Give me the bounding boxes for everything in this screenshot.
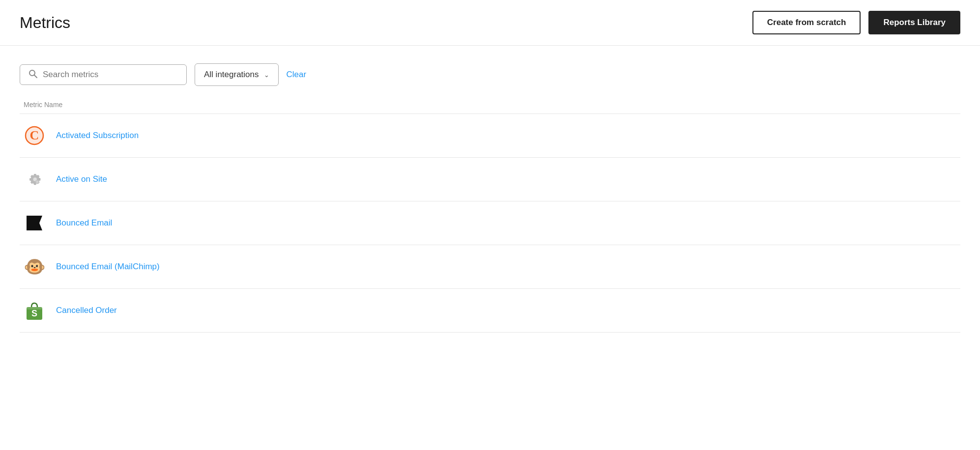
chargify-icon: C bbox=[24, 125, 45, 146]
chevron-down-icon: ⌄ bbox=[264, 71, 269, 79]
metric-name: Active on Site bbox=[56, 174, 107, 184]
metrics-table: Metric Name C Activated Subscription bbox=[0, 96, 980, 333]
metric-name: Bounced Email (MailChimp) bbox=[56, 262, 160, 272]
header-actions: Create from scratch Reports Library bbox=[752, 11, 960, 34]
filter-bar: All integrations ⌄ Clear bbox=[0, 46, 980, 96]
svg-text:S: S bbox=[31, 309, 37, 318]
svg-point-6 bbox=[36, 181, 38, 183]
integrations-dropdown[interactable]: All integrations ⌄ bbox=[195, 63, 279, 86]
shopify-icon: S bbox=[24, 300, 45, 321]
search-input[interactable] bbox=[43, 70, 178, 80]
page-header: Metrics Create from scratch Reports Libr… bbox=[0, 0, 980, 46]
svg-marker-7 bbox=[27, 216, 42, 230]
flag-icon bbox=[24, 212, 45, 234]
svg-line-1 bbox=[34, 75, 37, 78]
page-title: Metrics bbox=[20, 14, 70, 32]
create-from-scratch-button[interactable]: Create from scratch bbox=[752, 11, 861, 34]
table-column-header: Metric Name bbox=[20, 96, 960, 114]
integrations-label: All integrations bbox=[204, 70, 259, 80]
table-row[interactable]: Bounced Email bbox=[20, 201, 960, 245]
table-row[interactable]: C Activated Subscription bbox=[20, 114, 960, 158]
table-row[interactable]: 🐵 Bounced Email (MailChimp) bbox=[20, 245, 960, 289]
metric-name: Cancelled Order bbox=[56, 306, 117, 315]
reports-library-button[interactable]: Reports Library bbox=[868, 11, 960, 34]
clear-button[interactable]: Clear bbox=[287, 70, 307, 80]
table-row[interactable]: Active on Site bbox=[20, 158, 960, 201]
metric-name: Bounced Email bbox=[56, 218, 112, 228]
gear-icon bbox=[24, 169, 45, 190]
search-icon bbox=[28, 69, 38, 81]
table-row[interactable]: S Cancelled Order bbox=[20, 289, 960, 333]
metric-name: Activated Subscription bbox=[56, 131, 139, 141]
svg-rect-10 bbox=[27, 307, 42, 309]
svg-text:C: C bbox=[30, 128, 39, 142]
search-wrapper bbox=[20, 64, 187, 85]
mailchimp-icon: 🐵 bbox=[24, 256, 45, 278]
